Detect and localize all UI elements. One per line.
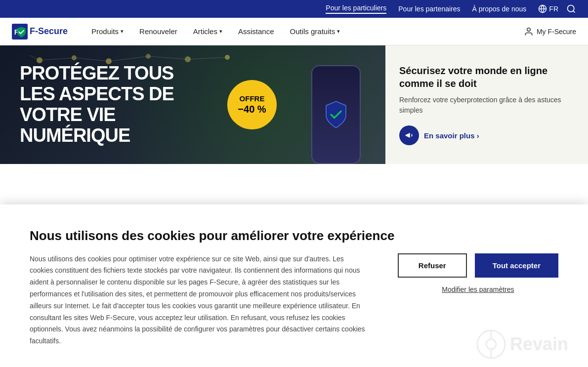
search-icon[interactable] (566, 4, 576, 14)
hero-right-panel: Sécurisez votre monde en ligne comme il … (385, 45, 588, 164)
globe-icon (538, 4, 547, 13)
svg-point-5 (527, 28, 531, 31)
phone-mockup (292, 55, 371, 164)
hero-image: PROTÉGEZ TOUSLES ASPECTS DEVOTRE VIENUMÉ… (0, 45, 385, 164)
svg-line-16 (148, 56, 188, 59)
learn-more-label[interactable]: En savoir plus › (424, 131, 479, 140)
hero-section: PROTÉGEZ TOUSLES ASPECTS DEVOTRE VIENUMÉ… (0, 45, 588, 164)
shield-check-icon (324, 100, 348, 129)
svg-point-2 (568, 5, 574, 12)
offer-label: OFFRE (240, 94, 265, 103)
svg-line-13 (40, 58, 74, 60)
lang-selector[interactable]: FR (538, 4, 558, 13)
my-fsecure-btn[interactable]: My F-Secure (524, 27, 576, 37)
lang-label: FR (549, 5, 558, 13)
nav-articles[interactable]: Articles ▾ (185, 19, 230, 43)
logo[interactable]: F F-Secure (12, 24, 68, 40)
learn-more-icon (399, 125, 419, 145)
hero-right-desc: Renforcez votre cyberprotection grâce à … (399, 95, 574, 116)
user-icon (524, 27, 534, 37)
nav-renouveler[interactable]: Renouveler (131, 19, 185, 43)
nav-produits[interactable]: Produits ▾ (84, 19, 131, 43)
svg-line-14 (74, 58, 109, 61)
chevron-down-icon-3: ▾ (337, 28, 340, 35)
learn-more-btn[interactable]: En savoir plus › (399, 125, 574, 145)
top-nav-partenaires[interactable]: Pour les partenaires (398, 5, 460, 13)
svg-line-17 (188, 57, 227, 59)
megaphone-icon (404, 130, 414, 140)
main-nav: F F-Secure Produits ▾ Renouveler Article… (0, 18, 588, 45)
chevron-down-icon: ▾ (121, 28, 124, 35)
top-nav: Pour les particuliers Pour les partenair… (0, 0, 588, 18)
my-fsecure-label: My F-Secure (537, 28, 576, 36)
top-nav-particuliers[interactable]: Pour les particuliers (326, 4, 386, 14)
top-nav-apropos[interactable]: À propos de nous (472, 5, 527, 13)
logo-text: F-Secure (30, 26, 68, 37)
nav-outils[interactable]: Outils gratuits ▾ (282, 19, 348, 43)
chevron-down-icon-2: ▾ (219, 28, 222, 35)
fsecure-logo-icon: F (12, 24, 28, 40)
hero-right-title: Sécurisez votre monde en ligne comme il … (399, 64, 574, 90)
svg-line-15 (109, 56, 148, 61)
nav-assistance[interactable]: Assistance (230, 19, 282, 43)
hero-title: PROTÉGEZ TOUSLES ASPECTS DEVOTRE VIENUMÉ… (20, 63, 174, 146)
offer-discount: −40 % (238, 103, 266, 115)
offer-badge: OFFRE −40 % (227, 80, 277, 129)
